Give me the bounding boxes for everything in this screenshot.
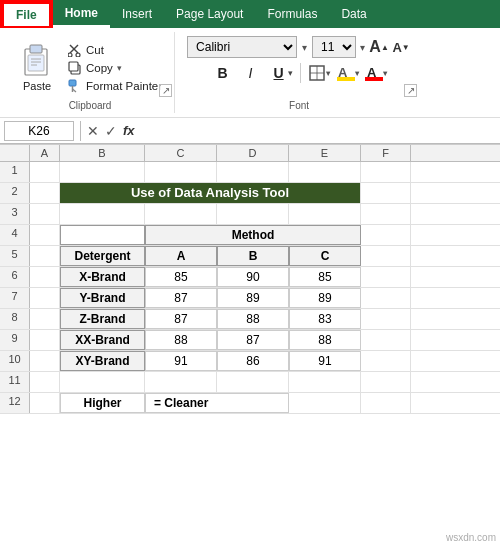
cell-c9[interactable]: 88 — [145, 330, 217, 350]
cell-d10[interactable]: 86 — [217, 351, 289, 371]
cell-e11[interactable] — [289, 372, 361, 392]
cell-c8[interactable]: 87 — [145, 309, 217, 329]
cell-f4[interactable] — [361, 225, 411, 245]
brand-xbrand[interactable]: X-Brand — [60, 267, 145, 287]
tab-page-layout[interactable]: Page Layout — [164, 0, 255, 28]
cell-d1[interactable] — [217, 162, 289, 182]
col-header-c[interactable]: C — [145, 145, 217, 161]
cell-a4[interactable] — [30, 225, 60, 245]
font-expand-icon[interactable]: ↗ — [404, 84, 417, 97]
fx-icon[interactable]: fx — [123, 123, 135, 138]
font-size-dropdown[interactable]: ▾ — [360, 42, 365, 53]
borders-button[interactable]: ▾ — [308, 61, 332, 85]
font-size-select[interactable]: 11 — [312, 36, 356, 58]
cell-c7[interactable]: 87 — [145, 288, 217, 308]
cell-e8[interactable]: 83 — [289, 309, 361, 329]
formula-confirm-icon[interactable]: ✓ — [105, 123, 117, 139]
cell-a1[interactable] — [30, 162, 60, 182]
fill-color-button[interactable]: A ▾ — [336, 61, 360, 85]
col-header-b[interactable]: B — [60, 145, 145, 161]
cell-a8[interactable] — [30, 309, 60, 329]
cell-c10[interactable]: 91 — [145, 351, 217, 371]
format-painter-button[interactable]: Format Painter — [64, 77, 166, 95]
cell-a6[interactable] — [30, 267, 60, 287]
cell-d6[interactable]: 90 — [217, 267, 289, 287]
cell-c11[interactable] — [145, 372, 217, 392]
method-header-cell[interactable]: Method — [145, 225, 361, 245]
cell-e12[interactable] — [289, 393, 361, 413]
cell-c1[interactable] — [145, 162, 217, 182]
cell-f2[interactable] — [361, 183, 411, 203]
cell-a11[interactable] — [30, 372, 60, 392]
col-b-header-cell[interactable]: B — [217, 246, 289, 266]
tab-home[interactable]: Home — [53, 0, 110, 28]
cell-c3[interactable] — [145, 204, 217, 224]
paste-button[interactable]: Paste — [12, 35, 62, 97]
col-a-header-cell[interactable]: A — [145, 246, 217, 266]
tab-data[interactable]: Data — [329, 0, 378, 28]
font-name-dropdown[interactable]: ▾ — [302, 42, 307, 53]
clipboard-expand-icon[interactable]: ↗ — [159, 84, 172, 97]
cell-b4[interactable] — [60, 225, 145, 245]
cell-f1[interactable] — [361, 162, 411, 182]
italic-button[interactable]: I — [239, 61, 263, 85]
font-name-select[interactable]: Calibri — [187, 36, 297, 58]
cut-button[interactable]: Cut — [64, 41, 166, 59]
cell-f3[interactable] — [361, 204, 411, 224]
cell-e1[interactable] — [289, 162, 361, 182]
cell-d9[interactable]: 87 — [217, 330, 289, 350]
cell-d11[interactable] — [217, 372, 289, 392]
detergent-header-cell[interactable]: Detergent — [60, 246, 145, 266]
cell-d8[interactable]: 88 — [217, 309, 289, 329]
cell-d7[interactable]: 89 — [217, 288, 289, 308]
col-header-e[interactable]: E — [289, 145, 361, 161]
cell-b3[interactable] — [60, 204, 145, 224]
copy-button[interactable]: Copy ▾ — [64, 59, 166, 77]
brand-ybrand[interactable]: Y-Brand — [60, 288, 145, 308]
col-header-f[interactable]: F — [361, 145, 411, 161]
font-size-increase-button[interactable]: A▲ — [369, 37, 389, 57]
title-cell[interactable]: Use of Data Analysis Tool — [60, 183, 361, 203]
cell-d3[interactable] — [217, 204, 289, 224]
underline-dropdown-arrow[interactable]: ▾ — [288, 68, 293, 78]
brand-xxbrand[interactable]: XX-Brand — [60, 330, 145, 350]
font-size-decrease-button[interactable]: A▼ — [391, 37, 411, 57]
cell-b1[interactable] — [60, 162, 145, 182]
cell-e7[interactable]: 89 — [289, 288, 361, 308]
cell-a10[interactable] — [30, 351, 60, 371]
font-color-dropdown[interactable]: ▾ — [383, 69, 387, 78]
tab-insert[interactable]: Insert — [110, 0, 164, 28]
cell-f6[interactable] — [361, 267, 411, 287]
font-color-button[interactable]: A ▾ — [364, 61, 388, 85]
cell-e3[interactable] — [289, 204, 361, 224]
cell-f8[interactable] — [361, 309, 411, 329]
fill-dropdown[interactable]: ▾ — [355, 69, 359, 78]
cell-e10[interactable]: 91 — [289, 351, 361, 371]
brand-zbrand[interactable]: Z-Brand — [60, 309, 145, 329]
higher-cell[interactable]: Higher — [60, 393, 145, 413]
cell-a2[interactable] — [30, 183, 60, 203]
cell-f9[interactable] — [361, 330, 411, 350]
cell-a12[interactable] — [30, 393, 60, 413]
cell-f5[interactable] — [361, 246, 411, 266]
formula-cancel-icon[interactable]: ✕ — [87, 123, 99, 139]
tab-file[interactable]: File — [2, 2, 51, 26]
cell-e6[interactable]: 85 — [289, 267, 361, 287]
cell-f7[interactable] — [361, 288, 411, 308]
cell-reference-input[interactable] — [4, 121, 74, 141]
col-header-d[interactable]: D — [217, 145, 289, 161]
col-c-header-cell[interactable]: C — [289, 246, 361, 266]
borders-dropdown[interactable]: ▾ — [326, 69, 330, 78]
cell-a7[interactable] — [30, 288, 60, 308]
cell-a9[interactable] — [30, 330, 60, 350]
cell-a3[interactable] — [30, 204, 60, 224]
cell-c6[interactable]: 85 — [145, 267, 217, 287]
tab-formulas[interactable]: Formulas — [255, 0, 329, 28]
cell-f11[interactable] — [361, 372, 411, 392]
cleaner-cell[interactable]: = Cleaner — [145, 393, 289, 413]
formula-input[interactable] — [139, 124, 496, 138]
cell-f12[interactable] — [361, 393, 411, 413]
cell-b11[interactable] — [60, 372, 145, 392]
bold-button[interactable]: B — [211, 61, 235, 85]
cell-e9[interactable]: 88 — [289, 330, 361, 350]
